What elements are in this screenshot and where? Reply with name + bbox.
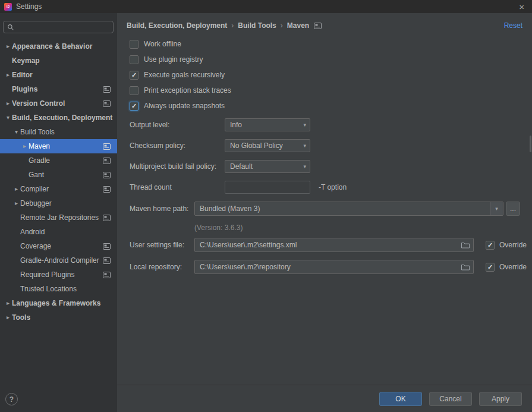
- checkbox-label[interactable]: Work offline: [144, 40, 181, 48]
- sidebar-item-trusted-locations[interactable]: Trusted Locations: [0, 282, 117, 296]
- sidebar-item-android[interactable]: Android: [0, 225, 117, 239]
- settings-group-icon: [103, 143, 111, 150]
- multiproject-policy-label: Multiproject build fail policy:: [130, 162, 225, 171]
- user-settings-override-checkbox[interactable]: [486, 241, 495, 250]
- sidebar-item-label: Coverage: [20, 242, 51, 250]
- sidebar-item-required-plugins[interactable]: Required Plugins: [0, 268, 117, 282]
- breadcrumb: Build, Execution, Deployment › Build Too…: [117, 13, 532, 32]
- sidebar-item-keymap[interactable]: Keymap: [0, 54, 117, 68]
- local-repository-label: Local repository:: [130, 263, 194, 271]
- chevron-right-icon[interactable]: [4, 300, 12, 306]
- sidebar-item-label: Gradle: [29, 156, 50, 165]
- sidebar-item-remote-jar-repositories[interactable]: Remote Jar Repositories: [0, 210, 117, 225]
- sidebar-item-label: Compiler: [20, 185, 49, 193]
- local-repository-row: Local repository: C:\Users\user\.m2\repo…: [130, 260, 532, 274]
- multiproject-policy-value: Default: [230, 162, 303, 171]
- execute-goals-recursively-checkbox[interactable]: [130, 71, 138, 80]
- sidebar-item-label: Gant: [29, 171, 44, 179]
- chevron-right-icon[interactable]: [4, 314, 12, 320]
- chevron-right-icon[interactable]: [21, 143, 29, 149]
- sidebar-item-version-control[interactable]: Version Control: [0, 96, 117, 111]
- work-offline-checkbox[interactable]: [130, 40, 138, 49]
- sidebar-item-label: Remote Jar Repositories: [20, 213, 99, 222]
- apply-button[interactable]: Apply: [479, 392, 522, 406]
- sidebar-item-label: Keymap: [12, 56, 40, 65]
- settings-tree: Appearance & Behavior Keymap Editor Plug…: [0, 39, 117, 325]
- multiproject-policy-select[interactable]: Default: [225, 160, 310, 173]
- output-level-select[interactable]: Info: [225, 118, 310, 131]
- settings-group-icon: [103, 158, 111, 164]
- sidebar-item-maven[interactable]: Maven: [0, 139, 117, 153]
- cancel-button[interactable]: Cancel: [429, 392, 472, 406]
- settings-group-icon: [103, 172, 111, 178]
- settings-group-icon: [103, 186, 111, 193]
- sidebar-item-tools[interactable]: Tools: [0, 310, 117, 325]
- sidebar-item-coverage[interactable]: Coverage: [0, 239, 117, 253]
- maven-home-browse-button[interactable]: ...: [506, 202, 520, 216]
- sidebar-item-compiler[interactable]: Compiler: [0, 182, 117, 196]
- maven-version-text: (Version: 3.6.3): [194, 224, 532, 232]
- title-bar: IJ Settings ×: [0, 0, 532, 13]
- sidebar-item-label: Trusted Locations: [20, 285, 77, 293]
- sidebar-item-editor[interactable]: Editor: [0, 68, 117, 82]
- sidebar-item-build-execution-deployment[interactable]: Build, Execution, Deployment: [0, 111, 117, 125]
- override-label[interactable]: Override: [499, 241, 527, 249]
- maven-home-row: Maven home path: Bundled (Maven 3) ...: [130, 202, 532, 216]
- checkbox-row-print-exception: Print exception stack traces: [130, 83, 532, 98]
- checkbox-label[interactable]: Print exception stack traces: [144, 86, 231, 95]
- settings-group-icon: [103, 100, 111, 107]
- folder-icon[interactable]: [461, 242, 470, 249]
- user-settings-label: User settings file:: [130, 241, 194, 249]
- scrollbar-thumb[interactable]: [530, 136, 531, 152]
- maven-home-select[interactable]: Bundled (Maven 3): [194, 202, 503, 216]
- sidebar-item-languages-frameworks[interactable]: Languages & Frameworks: [0, 296, 117, 310]
- sidebar-item-label: Editor: [12, 71, 33, 79]
- always-update-snapshots-checkbox[interactable]: [130, 102, 138, 111]
- sidebar-item-plugins[interactable]: Plugins: [0, 82, 117, 96]
- checksum-policy-row: Checksum policy: No Global Policy: [130, 139, 532, 152]
- checkbox-label[interactable]: Execute goals recursively: [144, 71, 225, 79]
- multiproject-policy-row: Multiproject build fail policy: Default: [130, 160, 532, 173]
- search-input[interactable]: [17, 23, 109, 32]
- thread-count-input[interactable]: [225, 181, 310, 194]
- settings-search-box[interactable]: [3, 21, 114, 33]
- settings-group-icon: [103, 272, 111, 278]
- sidebar-item-gant[interactable]: Gant: [0, 168, 117, 182]
- local-repository-override-checkbox[interactable]: [486, 263, 495, 272]
- breadcrumb-build-tools[interactable]: Build Tools: [238, 21, 276, 30]
- sidebar-item-gradle-android-compiler[interactable]: Gradle-Android Compiler: [0, 253, 117, 268]
- sidebar-item-build-tools[interactable]: Build Tools: [0, 125, 117, 139]
- chevron-down-icon: [303, 163, 310, 169]
- breadcrumb-build-execution-deployment[interactable]: Build, Execution, Deployment: [127, 21, 227, 30]
- user-settings-value: C:\Users\user\.m2\settings.xml: [200, 241, 458, 249]
- checksum-policy-select[interactable]: No Global Policy: [225, 139, 310, 152]
- chevron-down-icon[interactable]: [4, 115, 12, 121]
- checkbox-label[interactable]: Always update snapshots: [144, 102, 225, 110]
- checkbox-row-use-plugin-registry: Use plugin registry: [130, 52, 532, 67]
- sidebar-item-appearance-behavior[interactable]: Appearance & Behavior: [0, 39, 117, 54]
- thread-count-hint: -T option: [319, 183, 347, 191]
- folder-icon[interactable]: [461, 264, 470, 271]
- use-plugin-registry-checkbox[interactable]: [130, 55, 138, 64]
- close-icon[interactable]: ×: [515, 2, 528, 12]
- chevron-right-icon[interactable]: [12, 200, 20, 206]
- chevron-right-icon[interactable]: [4, 100, 12, 106]
- chevron-down-icon[interactable]: [490, 202, 503, 215]
- ok-button[interactable]: OK: [379, 392, 422, 406]
- chevron-down-icon[interactable]: [12, 129, 20, 135]
- sidebar-item-label: Gradle-Android Compiler: [20, 256, 99, 265]
- reset-link[interactable]: Reset: [504, 21, 522, 30]
- help-button[interactable]: ?: [5, 393, 18, 405]
- user-settings-input[interactable]: C:\Users\user\.m2\settings.xml: [194, 238, 474, 252]
- sidebar-item-gradle[interactable]: Gradle: [0, 153, 117, 168]
- chevron-right-icon[interactable]: [4, 43, 12, 49]
- checkbox-label[interactable]: Use plugin registry: [144, 55, 203, 64]
- sidebar-item-debugger[interactable]: Debugger: [0, 196, 117, 210]
- chevron-right-icon[interactable]: [4, 72, 12, 78]
- dialog-footer: OK Cancel Apply: [117, 385, 532, 412]
- chevron-right-icon[interactable]: [12, 186, 20, 192]
- override-label[interactable]: Override: [499, 263, 527, 271]
- local-repository-input[interactable]: C:\Users\user\.m2\repository: [194, 260, 474, 274]
- sidebar-item-label: Tools: [12, 313, 30, 322]
- print-exception-stack-traces-checkbox[interactable]: [130, 86, 138, 95]
